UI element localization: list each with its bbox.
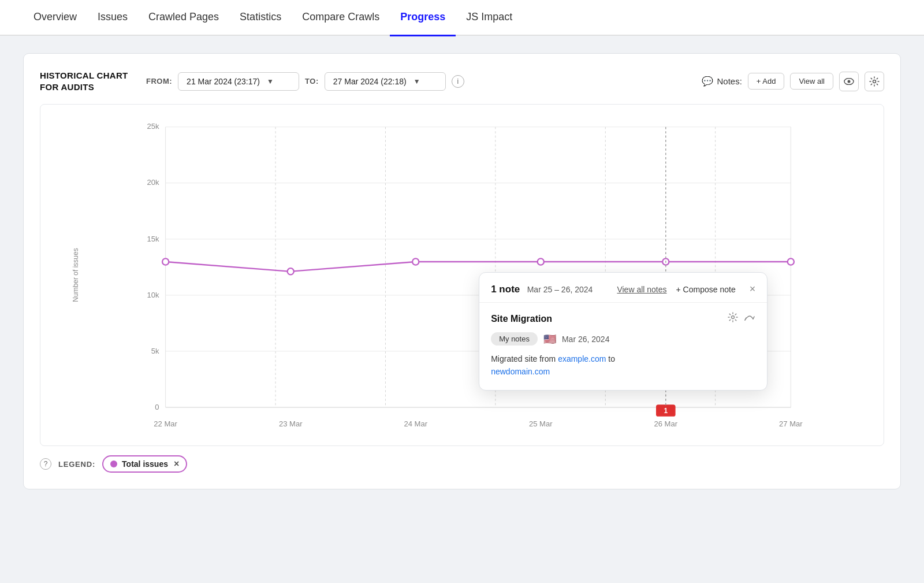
legend-item-label: Total issues xyxy=(122,459,168,469)
svg-point-31 xyxy=(732,316,735,319)
top-navigation: Overview Issues Crawled Pages Statistics… xyxy=(0,0,924,36)
note-settings-icon[interactable] xyxy=(728,312,738,325)
card-header: HISTORICAL CHART FOR AUDITS FROM: 21 Mar… xyxy=(40,70,884,92)
from-date-dropdown[interactable]: 21 Mar 2024 (23:17) ▼ xyxy=(178,72,299,91)
close-tooltip-button[interactable]: × xyxy=(750,283,756,295)
note-link-2[interactable]: newdomain.com xyxy=(491,367,550,376)
notes-label: 💬 Notes: xyxy=(702,76,742,87)
svg-text:15k: 15k xyxy=(147,235,159,243)
note-body-middle: to xyxy=(606,354,615,363)
nav-js-impact[interactable]: JS Impact xyxy=(456,0,523,36)
tooltip-body: Site Migration xyxy=(479,303,767,390)
add-note-button[interactable]: + Add xyxy=(748,73,785,90)
tooltip-note-count: 1 note xyxy=(491,284,520,295)
historical-chart-card: HISTORICAL CHART FOR AUDITS FROM: 21 Mar… xyxy=(23,53,901,489)
card-title: HISTORICAL CHART FOR AUDITS xyxy=(40,70,132,92)
to-dropdown-arrow: ▼ xyxy=(413,77,420,86)
chart-container: Number of issues xyxy=(40,104,884,446)
note-body-prefix: Migrated site from xyxy=(491,354,558,363)
to-date-dropdown[interactable]: 27 Mar 2024 (22:18) ▼ xyxy=(325,72,446,91)
svg-point-1 xyxy=(848,80,851,83)
notes-chat-icon: 💬 xyxy=(702,76,713,87)
nav-overview[interactable]: Overview xyxy=(23,0,87,36)
tooltip-header: 1 note Mar 25 – 26, 2024 View all notes … xyxy=(479,273,767,303)
data-point-23mar[interactable] xyxy=(288,268,294,274)
svg-text:25 Mar: 25 Mar xyxy=(529,419,553,428)
notes-section: 💬 Notes: + Add View all xyxy=(702,72,884,91)
data-point-22mar[interactable] xyxy=(162,258,169,265)
note-date: Mar 26, 2024 xyxy=(562,335,610,344)
svg-text:22 Mar: 22 Mar xyxy=(154,419,177,428)
note-item-header: Site Migration xyxy=(491,312,755,325)
legend-remove-icon[interactable]: × xyxy=(174,459,179,469)
svg-text:10k: 10k xyxy=(147,291,159,299)
svg-line-33 xyxy=(745,318,746,320)
main-content: HISTORICAL CHART FOR AUDITS FROM: 21 Mar… xyxy=(0,36,924,507)
svg-text:0: 0 xyxy=(155,403,159,411)
legend-pill-total-issues[interactable]: Total issues × xyxy=(102,455,187,473)
nav-statistics[interactable]: Statistics xyxy=(229,0,292,36)
from-label: FROM: xyxy=(146,77,172,86)
tooltip-actions: View all notes + Compose note × xyxy=(617,283,755,295)
legend-section: ? LEGEND: Total issues × xyxy=(40,455,884,473)
note-edit-icon[interactable] xyxy=(744,312,755,325)
legend-help-icon[interactable]: ? xyxy=(40,458,51,470)
legend-dot xyxy=(110,461,117,467)
eye-icon-button[interactable] xyxy=(839,72,859,91)
info-icon[interactable]: i xyxy=(452,75,464,88)
svg-text:5k: 5k xyxy=(151,347,159,355)
date-range-section: FROM: 21 Mar 2024 (23:17) ▼ TO: 27 Mar 2… xyxy=(146,72,884,91)
tooltip-date-range: Mar 25 – 26, 2024 xyxy=(527,285,593,294)
data-point-27mar[interactable] xyxy=(788,258,794,265)
svg-text:25k: 25k xyxy=(147,122,159,131)
note-body: Migrated site from example.com to newdom… xyxy=(491,352,755,378)
note-tag: My notes xyxy=(491,332,538,346)
svg-text:26 Mar: 26 Mar xyxy=(654,419,677,428)
view-all-notes-button[interactable]: View all xyxy=(790,73,833,90)
to-label: TO: xyxy=(305,77,319,86)
from-dropdown-arrow: ▼ xyxy=(267,77,274,86)
data-point-24mar[interactable] xyxy=(412,258,419,265)
note-title: Site Migration xyxy=(491,314,552,324)
view-all-notes-link[interactable]: View all notes xyxy=(617,285,666,294)
svg-line-32 xyxy=(753,317,754,319)
svg-text:27 Mar: 27 Mar xyxy=(779,419,803,428)
compose-note-link[interactable]: + Compose note xyxy=(676,285,736,294)
tooltip-title-section: 1 note Mar 25 – 26, 2024 xyxy=(491,284,593,295)
note-meta: My notes 🇺🇸 Mar 26, 2024 xyxy=(491,332,755,346)
note-actions xyxy=(728,312,755,325)
svg-text:24 Mar: 24 Mar xyxy=(404,419,427,428)
tooltip-popup: 1 note Mar 25 – 26, 2024 View all notes … xyxy=(479,272,767,391)
note-flag: 🇺🇸 xyxy=(543,333,556,346)
settings-icon-button[interactable] xyxy=(865,72,884,91)
svg-text:1: 1 xyxy=(664,407,668,415)
svg-point-2 xyxy=(873,80,876,83)
nav-crawled-pages[interactable]: Crawled Pages xyxy=(138,0,229,36)
legend-label: LEGEND: xyxy=(58,460,95,469)
nav-issues[interactable]: Issues xyxy=(87,0,138,36)
svg-text:20k: 20k xyxy=(147,178,159,187)
svg-text:23 Mar: 23 Mar xyxy=(279,419,303,428)
nav-compare-crawls[interactable]: Compare Crawls xyxy=(292,0,390,36)
data-point-25mar[interactable] xyxy=(538,258,544,265)
note-link-1[interactable]: example.com xyxy=(558,354,606,363)
nav-progress[interactable]: Progress xyxy=(390,0,456,36)
